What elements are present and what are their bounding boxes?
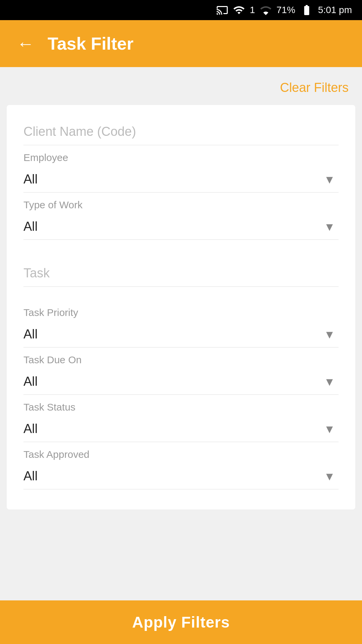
type-of-work-field-group: Type of Work All ▼ [23,199,339,240]
employee-select-wrapper: All ▼ [23,166,339,193]
task-due-on-select-wrapper: All ▼ [23,368,339,395]
task-priority-select-wrapper: All ▼ [23,321,339,347]
task-priority-select[interactable]: All [23,321,339,347]
type-of-work-select-wrapper: All ▼ [23,213,339,240]
type-of-work-select[interactable]: All [23,213,339,240]
task-approved-select[interactable]: All [23,463,339,489]
filter-form-card: Employee All ▼ Type of Work All ▼ [7,105,355,509]
status-bar: 1 71% 5:01 pm [0,0,362,20]
task-due-on-select[interactable]: All [23,368,339,395]
apply-filters-button[interactable]: Apply Filters [132,613,230,631]
type-of-work-label: Type of Work [23,199,339,211]
task-priority-label: Task Priority [23,307,339,318]
task-field-group [23,260,339,287]
battery-percent: 71% [277,5,295,15]
wifi-icon [233,4,245,16]
task-due-on-label: Task Due On [23,354,339,366]
time-display: 5:01 pm [318,5,352,15]
task-status-select-wrapper: All ▼ [23,416,339,442]
cast-icon [216,4,228,16]
back-button[interactable]: ← [13,32,38,56]
task-approved-select-wrapper: All ▼ [23,463,339,489]
page-title: Task Filter [48,34,133,54]
task-status-label: Task Status [23,401,339,413]
content-area: Clear Filters Employee All ▼ Type of Wor… [0,67,362,563]
task-status-field-group: Task Status All ▼ [23,401,339,442]
task-approved-label: Task Approved [23,449,339,460]
status-icons: 1 71% 5:01 pm [216,4,352,16]
task-approved-field-group: Task Approved All ▼ [23,449,339,489]
task-status-select[interactable]: All [23,416,339,442]
spacer-1 [23,247,339,260]
client-name-field-group [23,118,339,145]
battery-icon [300,4,313,16]
task-due-on-field-group: Task Due On All ▼ [23,354,339,395]
signal-icon [260,4,272,16]
clear-filters-button[interactable]: Clear Filters [280,80,349,95]
employee-field-group: Employee All ▼ [23,152,339,193]
apply-filters-bar[interactable]: Apply Filters [0,600,362,644]
task-input[interactable] [23,260,339,287]
employee-label: Employee [23,152,339,163]
clear-filters-row: Clear Filters [7,77,355,105]
task-priority-field-group: Task Priority All ▼ [23,307,339,347]
sim-badge: 1 [250,5,255,15]
header: ← Task Filter [0,20,362,67]
client-name-input[interactable] [23,118,339,145]
spacer-2 [23,293,339,307]
employee-select[interactable]: All [23,166,339,193]
